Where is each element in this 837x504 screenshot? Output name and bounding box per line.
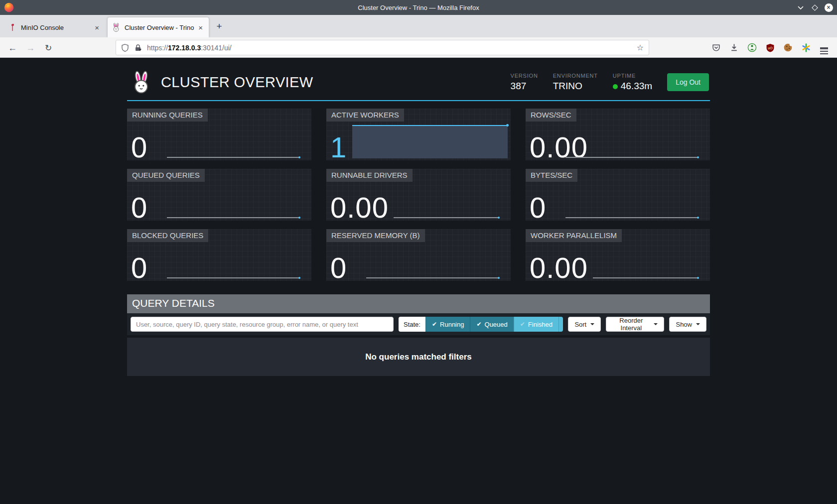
privacy-extension-icon[interactable]: [746, 40, 758, 55]
show-dropdown[interactable]: Show: [669, 317, 706, 332]
tab-label: MinIO Console: [21, 24, 93, 31]
version-stat: VERSION 387: [511, 73, 538, 92]
tile-value: 0: [131, 253, 147, 282]
tile-label: QUEUED QUERIES: [127, 169, 205, 182]
tile-label: BYTES/SEC: [526, 169, 577, 182]
tile-reserved-memory: RESERVED MEMORY (B) 0: [326, 229, 511, 281]
check-icon: ✔: [476, 321, 481, 328]
new-tab-button[interactable]: +: [213, 20, 225, 32]
back-button[interactable]: ←: [5, 40, 20, 55]
filter-failed-dropdown[interactable]: Failed: [558, 317, 563, 332]
url-scheme: https://: [147, 44, 168, 52]
ublock-origin-icon[interactable]: uO: [764, 40, 776, 55]
tile-value: 0: [530, 193, 546, 222]
sparkline: [593, 277, 698, 278]
uptime-stat: UPTIME 46.33m: [613, 73, 652, 92]
trino-logo: [131, 71, 151, 94]
tile-label: RUNNING QUERIES: [127, 109, 208, 122]
maximize-icon[interactable]: [810, 3, 819, 12]
check-icon: ✔: [520, 321, 525, 328]
tab-label: Cluster Overview - Trino: [125, 24, 197, 31]
tile-value: 1: [330, 133, 347, 162]
state-filter-group: State: ✔ Running ✔ Queued ✔ Finished Fai…: [399, 317, 563, 332]
window-titlebar: Cluster Overview - Trino — Mozilla Firef…: [0, 0, 837, 15]
trino-bunny-icon: [112, 23, 120, 32]
spark-extension-icon[interactable]: [800, 40, 812, 55]
filter-running-button[interactable]: ✔ Running: [425, 317, 470, 332]
window-title: Cluster Overview - Trino — Mozilla Firef…: [0, 4, 837, 11]
chevron-down-icon: [590, 323, 594, 325]
tile-label: ROWS/SEC: [526, 109, 576, 122]
uptime-status-dot: [613, 84, 618, 89]
tile-value: 0: [131, 133, 147, 162]
minimize-icon[interactable]: [796, 3, 805, 12]
tile-value: 0: [131, 193, 147, 222]
sparkline-filled: [352, 125, 508, 158]
toolbar-extensions: uO: [710, 40, 830, 55]
bookmark-star-icon[interactable]: ☆: [637, 43, 644, 52]
url-path: :30141/ui/: [201, 44, 232, 52]
tile-queued-queries: QUEUED QUERIES 0: [127, 169, 311, 221]
sparkline: [167, 217, 299, 218]
tile-blocked-queries: BLOCKED QUERIES 0: [127, 229, 311, 281]
environment-value: TRINO: [553, 81, 598, 92]
query-details-header: QUERY DETAILS: [127, 294, 710, 313]
cluster-stats-grid: RUNNING QUERIES 0 ACTIVE WORKERS 1 ROWS/…: [127, 109, 710, 281]
tile-runnable-drivers: RUNNABLE DRIVERS 0.00: [326, 169, 511, 221]
cookie-extension-icon[interactable]: [782, 40, 794, 55]
tile-label: WORKER PARALLELISM: [526, 229, 622, 242]
sort-dropdown[interactable]: Sort: [568, 317, 601, 332]
environment-label: ENVIRONMENT: [553, 73, 598, 79]
svg-text:uO: uO: [768, 46, 773, 49]
sparkline: [366, 277, 499, 278]
tab-close-icon[interactable]: ×: [197, 23, 204, 32]
downloads-icon[interactable]: [728, 40, 740, 55]
url-host: 172.18.0.3: [168, 44, 201, 52]
uptime-value: 46.33m: [613, 81, 652, 92]
close-window-icon[interactable]: ×: [824, 3, 833, 12]
sparkline: [167, 277, 299, 278]
url-bar[interactable]: https://172.18.0.3:30141/ui/ ☆: [116, 40, 649, 55]
tab-minio-console[interactable]: MinIO Console ×: [4, 17, 105, 37]
tile-label: BLOCKED QUERIES: [127, 229, 208, 242]
filter-finished-button[interactable]: ✔ Finished: [514, 317, 558, 332]
tile-bytes-per-sec: BYTES/SEC 0: [526, 169, 710, 221]
uptime-label: UPTIME: [613, 73, 652, 79]
query-search-input[interactable]: [131, 317, 394, 332]
tab-close-icon[interactable]: ×: [93, 23, 101, 32]
filter-queued-button[interactable]: ✔ Queued: [470, 317, 513, 332]
tile-value: 0.00: [530, 253, 588, 282]
reorder-interval-dropdown[interactable]: Reorder Interval: [606, 317, 664, 332]
tab-cluster-overview[interactable]: Cluster Overview - Trino ×: [108, 17, 209, 37]
forward-button[interactable]: →: [23, 40, 38, 55]
lock-icon[interactable]: [134, 44, 142, 52]
empty-queries-message: No queries matched filters: [127, 338, 710, 376]
tracking-shield-icon[interactable]: [121, 44, 129, 52]
page-title: CLUSTER OVERVIEW: [161, 74, 313, 91]
tile-rows-per-sec: ROWS/SEC 0.00: [526, 109, 710, 160]
firefox-icon: [4, 2, 14, 12]
tile-value: 0.00: [330, 193, 389, 222]
environment-stat: ENVIRONMENT TRINO: [553, 73, 598, 92]
dashboard-header: CLUSTER OVERVIEW VERSION 387 ENVIRONMENT…: [127, 58, 710, 101]
chevron-down-icon: [654, 323, 658, 325]
version-label: VERSION: [511, 73, 538, 79]
navigation-toolbar: ← → ↻ https://172.18.0.3:30141/ui/ ☆: [0, 37, 837, 58]
minio-icon: [8, 23, 16, 32]
sparkline: [565, 217, 698, 218]
tile-active-workers: ACTIVE WORKERS 1: [326, 109, 511, 160]
tile-running-queries: RUNNING QUERIES 0: [127, 109, 311, 160]
check-icon: ✔: [432, 321, 437, 328]
pocket-icon[interactable]: [710, 40, 722, 55]
tile-label: RESERVED MEMORY (B): [326, 229, 425, 242]
logout-button[interactable]: Log Out: [667, 73, 709, 91]
tile-label: ACTIVE WORKERS: [326, 109, 404, 122]
sparkline: [167, 157, 299, 158]
version-value: 387: [511, 81, 538, 92]
reload-button[interactable]: ↻: [41, 40, 56, 55]
tab-bar: MinIO Console × Cluster Overview - Trino…: [0, 15, 837, 37]
tile-worker-parallelism: WORKER PARALLELISM 0.00: [526, 229, 710, 281]
tile-label: RUNNABLE DRIVERS: [326, 169, 413, 182]
menu-icon[interactable]: [818, 40, 830, 55]
state-filter-label: State:: [399, 317, 425, 332]
